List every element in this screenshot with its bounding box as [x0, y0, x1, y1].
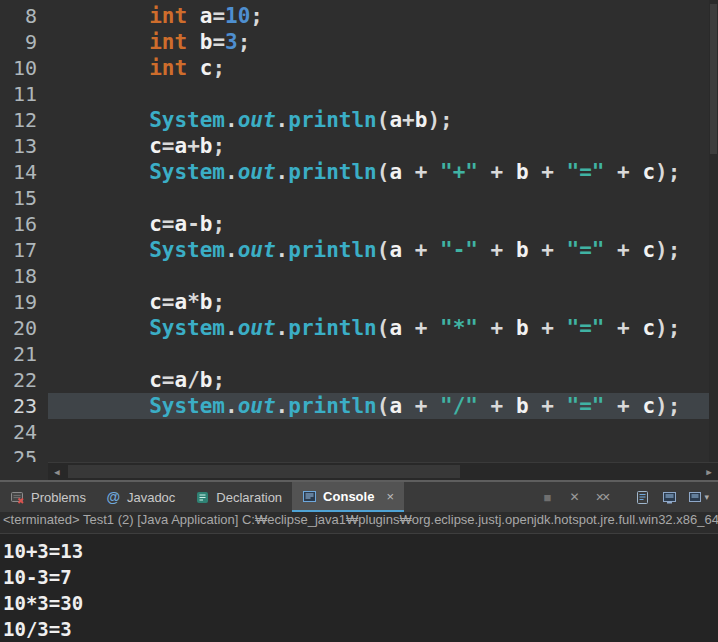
code-line[interactable]: 15	[0, 185, 718, 211]
line-number: 23	[0, 393, 48, 419]
code-line[interactable]: 10 int c;	[0, 55, 718, 81]
vertical-scrollbar[interactable]	[709, 0, 718, 462]
scroll-right-arrow-icon[interactable]: ▶	[700, 467, 718, 477]
line-number: 22	[0, 367, 48, 393]
code-line[interactable]: 23 System.out.println(a + "/" + b + "=" …	[0, 393, 718, 419]
tab-label: Console	[323, 489, 374, 504]
code-text: System.out.println(a + "+" + b + "=" + c…	[48, 159, 718, 185]
code-line[interactable]: 14 System.out.println(a + "+" + b + "=" …	[0, 159, 718, 185]
code-text	[48, 419, 718, 445]
problems-icon	[10, 490, 25, 505]
code-line[interactable]: 20 System.out.println(a + "*" + b + "=" …	[0, 315, 718, 341]
java-code-editor[interactable]: 8 int a=10;9 int b=3;10 int c;1112 Syste…	[0, 0, 718, 480]
eclipse-ide-window: 8 int a=10;9 int b=3;10 int c;1112 Syste…	[0, 0, 718, 642]
line-number: 25	[0, 445, 48, 462]
code-text	[48, 185, 718, 211]
console-output-line: 10+3=13	[3, 538, 718, 564]
code-line[interactable]: 16 c=a-b;	[0, 211, 718, 237]
line-number: 17	[0, 237, 48, 263]
code-line[interactable]: 25	[0, 445, 718, 462]
code-area: 8 int a=10;9 int b=3;10 int c;1112 Syste…	[0, 3, 718, 462]
line-number: 15	[0, 185, 48, 211]
line-number: 24	[0, 419, 48, 445]
code-text: System.out.println(a + "*" + b + "=" + c…	[48, 315, 718, 341]
console-output-line: 10*3=30	[3, 590, 718, 616]
line-number: 12	[0, 107, 48, 133]
code-text	[48, 263, 718, 289]
code-text: c=a-b;	[48, 211, 718, 237]
console-header: <terminated> Test1 (2) [Java Application…	[0, 512, 718, 534]
bottom-view-panel: Problems@JavadocDeclarationConsole× ■✕✕✕…	[0, 480, 718, 642]
line-number: 14	[0, 159, 48, 185]
tab-problems[interactable]: Problems	[0, 482, 96, 512]
tab-label: Problems	[31, 490, 86, 505]
code-line[interactable]: 9 int b=3;	[0, 29, 718, 55]
code-text: c=a+b;	[48, 133, 718, 159]
line-number: 13	[0, 133, 48, 159]
line-number: 11	[0, 81, 48, 107]
console-output-line: 10-3=7	[3, 564, 718, 590]
remove-all-terminated-button[interactable]: ✕✕	[593, 488, 609, 506]
code-line[interactable]: 22 c=a/b;	[0, 367, 718, 393]
javadoc-icon: @	[106, 490, 121, 505]
code-text	[48, 341, 718, 367]
display-selected-console-button[interactable]	[661, 488, 677, 506]
code-line[interactable]: 24	[0, 419, 718, 445]
remove-launch-button[interactable]: ✕	[566, 488, 582, 506]
line-number: 21	[0, 341, 48, 367]
clear-console-button[interactable]	[634, 488, 650, 506]
view-tabbar: Problems@JavadocDeclarationConsole× ■✕✕✕…	[0, 482, 718, 512]
horizontal-scrollbar-thumb[interactable]	[68, 465, 460, 478]
code-text: System.out.println(a + "-" + b + "=" + c…	[48, 237, 718, 263]
code-text: c=a*b;	[48, 289, 718, 315]
tab-label: Declaration	[216, 490, 282, 505]
tab-label: Javadoc	[127, 490, 175, 505]
code-text: c=a/b;	[48, 367, 718, 393]
line-number: 9	[0, 29, 48, 55]
close-tab-icon[interactable]: ×	[386, 489, 394, 504]
line-number: 18	[0, 263, 48, 289]
vertical-scrollbar-thumb[interactable]	[710, 4, 717, 154]
line-number: 10	[0, 55, 48, 81]
code-line[interactable]: 8 int a=10;	[0, 3, 718, 29]
code-text	[48, 445, 718, 462]
code-text: int c;	[48, 55, 718, 81]
line-number: 16	[0, 211, 48, 237]
scroll-left-arrow-icon[interactable]: ◀	[48, 467, 66, 477]
horizontal-scrollbar-track[interactable]	[66, 463, 700, 480]
tab-javadoc[interactable]: @Javadoc	[96, 482, 185, 512]
line-number: 20	[0, 315, 48, 341]
code-text: int a=10;	[48, 3, 718, 29]
console-toolbar: ■✕✕✕▾	[539, 482, 718, 512]
open-console-button[interactable]: ▾	[688, 488, 709, 506]
code-line[interactable]: 21	[0, 341, 718, 367]
console-icon	[302, 489, 317, 504]
code-line[interactable]: 11	[0, 81, 718, 107]
code-line[interactable]: 17 System.out.println(a + "-" + b + "=" …	[0, 237, 718, 263]
code-text: int b=3;	[48, 29, 718, 55]
code-line[interactable]: 18	[0, 263, 718, 289]
view-tabbar-tabs: Problems@JavadocDeclarationConsole×	[0, 482, 404, 512]
line-number: 19	[0, 289, 48, 315]
code-line[interactable]: 13 c=a+b;	[0, 133, 718, 159]
code-text	[48, 81, 718, 107]
console-output[interactable]: 10+3=1310-3=710*3=3010/3=3	[0, 534, 718, 642]
code-text: System.out.println(a+b);	[48, 107, 718, 133]
horizontal-scrollbar[interactable]: ◀ ▶	[48, 462, 718, 480]
console-output-line: 10/3=3	[3, 616, 718, 642]
terminate-button[interactable]: ■	[539, 488, 555, 506]
tab-declaration[interactable]: Declaration	[185, 482, 292, 512]
declaration-icon	[195, 490, 210, 505]
tab-console[interactable]: Console×	[292, 482, 404, 512]
line-number: 8	[0, 3, 48, 29]
code-text: System.out.println(a + "/" + b + "=" + c…	[48, 393, 718, 419]
code-line[interactable]: 19 c=a*b;	[0, 289, 718, 315]
code-line[interactable]: 12 System.out.println(a+b);	[0, 107, 718, 133]
